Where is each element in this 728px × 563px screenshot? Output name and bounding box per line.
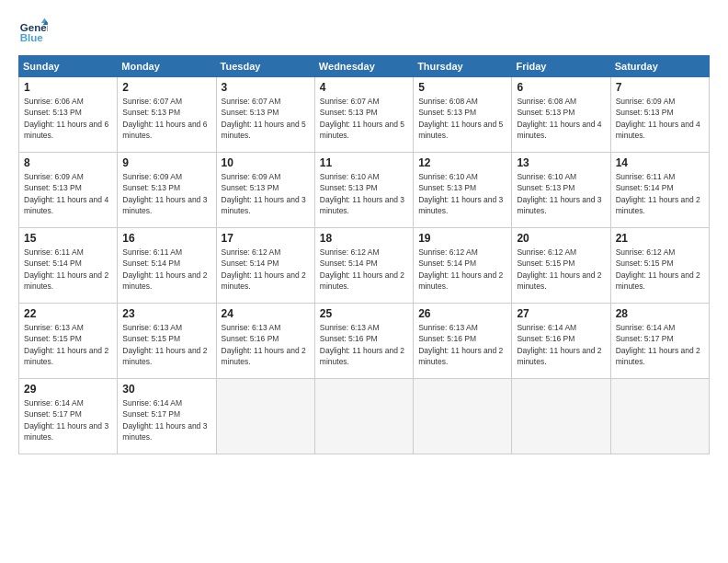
day-info: Sunrise: 6:13 AM Sunset: 5:16 PM Dayligh… [222, 322, 310, 367]
table-row: 20 Sunrise: 6:12 AM Sunset: 5:15 PM Dayl… [512, 228, 610, 304]
table-row: 17 Sunrise: 6:12 AM Sunset: 5:14 PM Dayl… [216, 228, 314, 304]
day-number: 22 [24, 307, 112, 320]
calendar-table: Sunday Monday Tuesday Wednesday Thursday… [18, 55, 710, 454]
day-info: Sunrise: 6:07 AM Sunset: 5:13 PM Dayligh… [222, 96, 310, 141]
table-row: 28 Sunrise: 6:14 AM Sunset: 5:17 PM Dayl… [610, 304, 709, 379]
table-row: 25 Sunrise: 6:13 AM Sunset: 5:16 PM Dayl… [314, 304, 413, 379]
col-monday: Monday [118, 56, 216, 77]
day-number: 2 [122, 81, 210, 94]
table-row: 26 Sunrise: 6:13 AM Sunset: 5:16 PM Dayl… [414, 304, 512, 379]
table-row: 11 Sunrise: 6:10 AM Sunset: 5:13 PM Dayl… [314, 153, 413, 228]
table-row: 18 Sunrise: 6:12 AM Sunset: 5:14 PM Dayl… [314, 228, 413, 304]
table-row [512, 379, 610, 454]
page: General Blue Sunday Monday Tuesday Wedne… [0, 0, 728, 563]
table-row: 29 Sunrise: 6:14 AM Sunset: 5:17 PM Dayl… [19, 379, 118, 454]
day-info: Sunrise: 6:07 AM Sunset: 5:13 PM Dayligh… [320, 96, 408, 141]
day-info: Sunrise: 6:14 AM Sunset: 5:17 PM Dayligh… [122, 397, 210, 442]
day-number: 21 [616, 232, 704, 245]
table-row: 19 Sunrise: 6:12 AM Sunset: 5:14 PM Dayl… [414, 228, 512, 304]
table-row: 24 Sunrise: 6:13 AM Sunset: 5:16 PM Dayl… [216, 304, 314, 379]
day-number: 24 [222, 307, 310, 320]
day-info: Sunrise: 6:12 AM Sunset: 5:14 PM Dayligh… [418, 247, 506, 292]
table-row: 16 Sunrise: 6:11 AM Sunset: 5:14 PM Dayl… [118, 228, 216, 304]
table-row: 1 Sunrise: 6:06 AM Sunset: 5:13 PM Dayli… [19, 77, 118, 153]
col-friday: Friday [512, 56, 610, 77]
day-number: 11 [320, 156, 408, 169]
day-number: 18 [320, 232, 408, 245]
day-info: Sunrise: 6:14 AM Sunset: 5:16 PM Dayligh… [517, 322, 605, 367]
col-saturday: Saturday [610, 56, 709, 77]
calendar-week-row: 1 Sunrise: 6:06 AM Sunset: 5:13 PM Dayli… [19, 77, 710, 153]
table-row [610, 379, 709, 454]
table-row: 30 Sunrise: 6:14 AM Sunset: 5:17 PM Dayl… [118, 379, 216, 454]
table-row: 2 Sunrise: 6:07 AM Sunset: 5:13 PM Dayli… [118, 77, 216, 153]
table-row: 21 Sunrise: 6:12 AM Sunset: 5:15 PM Dayl… [610, 228, 709, 304]
day-number: 15 [24, 232, 112, 245]
day-number: 3 [222, 81, 310, 94]
day-number: 25 [320, 307, 408, 320]
table-row: 4 Sunrise: 6:07 AM Sunset: 5:13 PM Dayli… [314, 77, 413, 153]
calendar-week-row: 22 Sunrise: 6:13 AM Sunset: 5:15 PM Dayl… [19, 304, 710, 379]
day-info: Sunrise: 6:13 AM Sunset: 5:15 PM Dayligh… [122, 322, 210, 367]
day-info: Sunrise: 6:10 AM Sunset: 5:13 PM Dayligh… [517, 171, 605, 216]
day-number: 14 [616, 156, 704, 169]
day-number: 4 [320, 81, 408, 94]
day-number: 17 [222, 232, 310, 245]
day-number: 7 [616, 81, 704, 94]
col-tuesday: Tuesday [216, 56, 314, 77]
day-info: Sunrise: 6:09 AM Sunset: 5:13 PM Dayligh… [122, 171, 210, 216]
day-info: Sunrise: 6:14 AM Sunset: 5:17 PM Dayligh… [24, 397, 112, 442]
table-row: 22 Sunrise: 6:13 AM Sunset: 5:15 PM Dayl… [19, 304, 118, 379]
day-info: Sunrise: 6:13 AM Sunset: 5:15 PM Dayligh… [24, 322, 112, 367]
day-info: Sunrise: 6:13 AM Sunset: 5:16 PM Dayligh… [320, 322, 408, 367]
table-row: 13 Sunrise: 6:10 AM Sunset: 5:13 PM Dayl… [512, 153, 610, 228]
calendar-week-row: 15 Sunrise: 6:11 AM Sunset: 5:14 PM Dayl… [19, 228, 710, 304]
table-row: 14 Sunrise: 6:11 AM Sunset: 5:14 PM Dayl… [610, 153, 709, 228]
day-info: Sunrise: 6:12 AM Sunset: 5:14 PM Dayligh… [320, 247, 408, 292]
day-info: Sunrise: 6:08 AM Sunset: 5:13 PM Dayligh… [517, 96, 605, 141]
day-info: Sunrise: 6:06 AM Sunset: 5:13 PM Dayligh… [24, 96, 112, 141]
day-info: Sunrise: 6:09 AM Sunset: 5:13 PM Dayligh… [24, 171, 112, 216]
table-row: 6 Sunrise: 6:08 AM Sunset: 5:13 PM Dayli… [512, 77, 610, 153]
col-sunday: Sunday [19, 56, 118, 77]
day-number: 5 [418, 81, 506, 94]
day-number: 26 [418, 307, 506, 320]
calendar-header-row: Sunday Monday Tuesday Wednesday Thursday… [19, 56, 710, 77]
table-row [216, 379, 314, 454]
calendar-week-row: 8 Sunrise: 6:09 AM Sunset: 5:13 PM Dayli… [19, 153, 710, 228]
col-wednesday: Wednesday [314, 56, 413, 77]
day-number: 12 [418, 156, 506, 169]
day-info: Sunrise: 6:11 AM Sunset: 5:14 PM Dayligh… [122, 247, 210, 292]
day-info: Sunrise: 6:10 AM Sunset: 5:13 PM Dayligh… [320, 171, 408, 216]
table-row: 12 Sunrise: 6:10 AM Sunset: 5:13 PM Dayl… [414, 153, 512, 228]
table-row: 3 Sunrise: 6:07 AM Sunset: 5:13 PM Dayli… [216, 77, 314, 153]
day-info: Sunrise: 6:07 AM Sunset: 5:13 PM Dayligh… [122, 96, 210, 141]
day-number: 1 [24, 81, 112, 94]
header: General Blue [18, 17, 710, 46]
day-info: Sunrise: 6:11 AM Sunset: 5:14 PM Dayligh… [24, 247, 112, 292]
day-number: 19 [418, 232, 506, 245]
day-info: Sunrise: 6:12 AM Sunset: 5:15 PM Dayligh… [616, 247, 704, 292]
table-row: 7 Sunrise: 6:09 AM Sunset: 5:13 PM Dayli… [610, 77, 709, 153]
day-number: 6 [517, 81, 605, 94]
svg-text:Blue: Blue [20, 32, 44, 43]
day-info: Sunrise: 6:10 AM Sunset: 5:13 PM Dayligh… [418, 171, 506, 216]
day-info: Sunrise: 6:14 AM Sunset: 5:17 PM Dayligh… [616, 322, 704, 367]
day-number: 10 [222, 156, 310, 169]
day-number: 27 [517, 307, 605, 320]
col-thursday: Thursday [414, 56, 512, 77]
day-number: 8 [24, 156, 112, 169]
table-row: 9 Sunrise: 6:09 AM Sunset: 5:13 PM Dayli… [118, 153, 216, 228]
day-number: 20 [517, 232, 605, 245]
table-row [414, 379, 512, 454]
table-row: 8 Sunrise: 6:09 AM Sunset: 5:13 PM Dayli… [19, 153, 118, 228]
table-row: 10 Sunrise: 6:09 AM Sunset: 5:13 PM Dayl… [216, 153, 314, 228]
table-row [314, 379, 413, 454]
day-info: Sunrise: 6:13 AM Sunset: 5:16 PM Dayligh… [418, 322, 506, 367]
day-info: Sunrise: 6:09 AM Sunset: 5:13 PM Dayligh… [222, 171, 310, 216]
day-number: 29 [24, 383, 112, 396]
table-row: 15 Sunrise: 6:11 AM Sunset: 5:14 PM Dayl… [19, 228, 118, 304]
calendar-week-row: 29 Sunrise: 6:14 AM Sunset: 5:17 PM Dayl… [19, 379, 710, 454]
day-number: 13 [517, 156, 605, 169]
table-row: 27 Sunrise: 6:14 AM Sunset: 5:16 PM Dayl… [512, 304, 610, 379]
